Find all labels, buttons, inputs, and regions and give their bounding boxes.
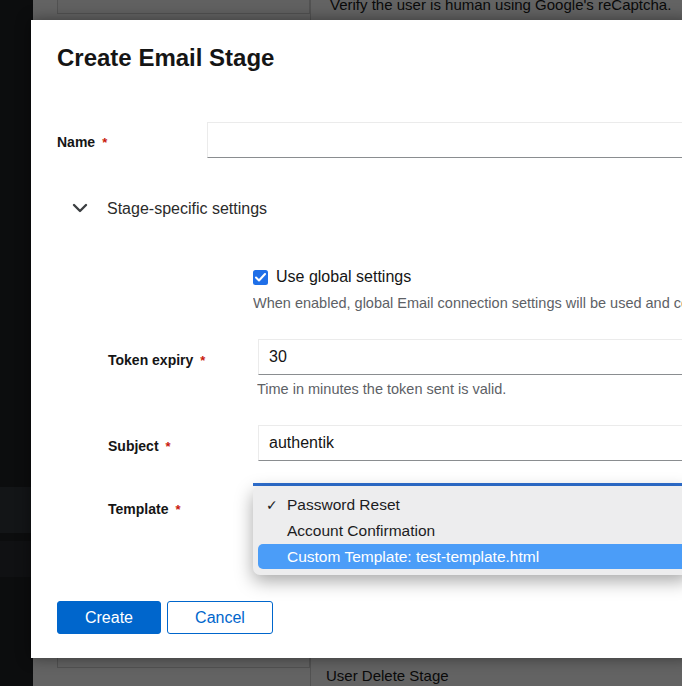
required-asterisk: * xyxy=(175,502,180,517)
option-label: Custom Template: test-template.html xyxy=(287,548,539,565)
template-label-row: Template* xyxy=(108,500,181,518)
use-global-settings-help: When enabled, global Email connection se… xyxy=(253,295,682,311)
use-global-settings-label[interactable]: Use global settings xyxy=(276,268,411,286)
option-custom-template[interactable]: Custom Template: test-template.html xyxy=(253,544,682,570)
required-asterisk: * xyxy=(102,135,107,150)
subject-input[interactable] xyxy=(258,425,682,461)
section-toggle-stage-specific-settings[interactable]: Stage-specific settings xyxy=(107,200,267,218)
name-field-label-row: Name* xyxy=(57,133,107,151)
cancel-button-label: Cancel xyxy=(195,609,245,627)
required-asterisk: * xyxy=(166,439,171,454)
check-icon xyxy=(255,273,266,282)
create-button[interactable]: Create xyxy=(57,601,161,634)
chevron-down-icon[interactable] xyxy=(72,201,88,215)
option-password-reset[interactable]: ✓ Password Reset xyxy=(253,492,682,518)
token-expiry-label: Token expiry xyxy=(108,352,193,368)
subject-label-row: Subject* xyxy=(108,437,171,455)
token-expiry-input[interactable] xyxy=(258,339,682,375)
name-input[interactable] xyxy=(207,122,682,158)
option-label: Account Confirmation xyxy=(287,522,435,539)
cancel-button[interactable]: Cancel xyxy=(167,601,273,634)
modal-title: Create Email Stage xyxy=(57,44,274,72)
selected-check-icon: ✓ xyxy=(266,492,278,518)
required-asterisk: * xyxy=(200,353,205,368)
template-select-popup: ✓ Password Reset Account Confirmation Cu… xyxy=(253,486,682,575)
token-expiry-help: Time in minutes the token sent is valid. xyxy=(257,381,682,397)
use-global-settings-checkbox[interactable] xyxy=(253,270,268,285)
token-expiry-label-row: Token expiry* xyxy=(108,351,205,369)
create-button-label: Create xyxy=(85,609,133,627)
subject-label: Subject xyxy=(108,438,159,454)
template-label: Template xyxy=(108,501,168,517)
option-account-confirmation[interactable]: Account Confirmation xyxy=(253,518,682,544)
option-label: Password Reset xyxy=(287,496,400,513)
name-label: Name xyxy=(57,134,95,150)
